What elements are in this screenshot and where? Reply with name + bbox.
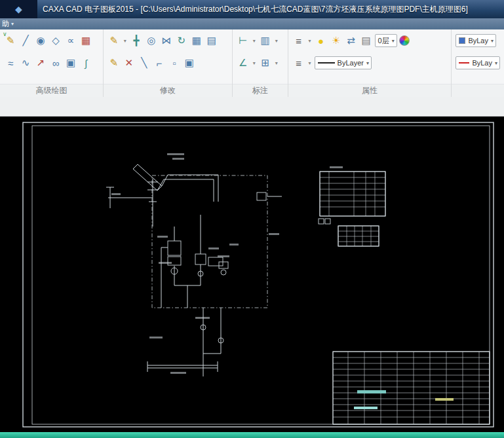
sine-wave-icon[interactable]: ∿ (19, 56, 32, 70)
title-bar: ◆ CAXA CAD 电子图板2015 - [C:\Users\Administ… (0, 0, 504, 18)
swap-icon[interactable]: ⇄ (345, 33, 358, 48)
style-list-icon[interactable]: ≡ (292, 33, 305, 48)
mirror-icon[interactable]: ⋈ (160, 33, 173, 48)
layer-value: 0层 (378, 36, 389, 46)
sun-icon[interactable]: ☀ (330, 33, 343, 48)
chevron-down-icon[interactable]: ▾ (307, 33, 313, 48)
chevron-down-icon[interactable]: ▾ (307, 56, 313, 70)
menu-help[interactable]: 助 (2, 19, 9, 29)
loop-icon[interactable]: ∞ (49, 56, 62, 70)
linewidth-swatch-icon (459, 62, 469, 64)
chevron-down-icon[interactable]: ▾ (252, 56, 257, 70)
modify-icon[interactable]: ✎ (107, 56, 121, 70)
chevron-down-icon: ▾ (366, 60, 369, 66)
chevron-down-icon[interactable]: ▾ (11, 21, 14, 27)
grid-dimension-icon[interactable]: ⊞ (259, 56, 272, 70)
double-wave-icon[interactable]: ≈ (4, 56, 17, 70)
ribbon-tail (0, 97, 504, 117)
style-list-icon[interactable]: ≡ (292, 56, 305, 70)
window-title: CAXA CAD 电子图板2015 - [C:\Users\Administra… (43, 4, 468, 15)
curve-icon[interactable]: ∝ (64, 33, 77, 48)
group-label-modify: 修改 (104, 84, 232, 97)
group-label-properties: 属性 (288, 84, 452, 97)
status-bar (0, 432, 504, 438)
group-label-style (452, 84, 504, 97)
array-icon[interactable]: ▦ (190, 33, 203, 48)
delete-icon[interactable]: ✕ (123, 56, 136, 70)
group-label-advanced-draw: 高级绘图 (0, 84, 103, 97)
spline-icon[interactable]: ∫ (79, 56, 92, 70)
move-icon[interactable]: ╋ (130, 33, 143, 48)
group-label-dimension: 标注 (233, 84, 288, 97)
ribbon-group-dimension: ⊢▾▥▾ ∠▾⊞▾ 标注 (233, 29, 288, 97)
color-wheel-icon[interactable] (399, 35, 410, 46)
scale-icon[interactable]: ▫ (168, 56, 181, 70)
leader-arrow-icon[interactable]: ↗ (34, 56, 47, 70)
table-icon[interactable]: ▦ (79, 33, 92, 48)
linetype-combo[interactable]: ByLayer ▾ (315, 56, 372, 69)
layer-combo[interactable]: 0层 ▾ (375, 34, 397, 47)
app-icon[interactable]: ◆ (0, 0, 37, 18)
chevron-down-icon[interactable]: ▾ (123, 33, 128, 48)
polygon-icon[interactable]: ◇ (49, 33, 62, 48)
chevron-down-icon[interactable]: ▾ (252, 33, 257, 48)
color-swatch-icon (459, 37, 465, 44)
app-window: ◆ CAXA CAD 电子图板2015 - [C:\Users\Administ… (0, 0, 504, 438)
block-icon[interactable]: ▣ (183, 56, 196, 70)
chevron-down-icon[interactable]: ▾ (274, 56, 279, 70)
ribbon-group-modify: ✎▾╋◎⋈↻▦▤ ✎✕╲⌐▫▣ 修改 (104, 29, 233, 97)
ribbon: ∨ ✎╱◉◇∝▦ ≈∿↗∞▣∫ 高级绘图 ✎▾╋◎⋈↻▦▤ ✎✕╲⌐▫▣ 修改 … (0, 29, 504, 97)
bulb-icon[interactable]: ● (315, 33, 328, 48)
linetype-value: ByLayer (338, 59, 364, 67)
drawing-canvas[interactable] (0, 117, 504, 432)
drawing-area[interactable] (0, 117, 504, 432)
line-icon[interactable]: ╱ (19, 33, 32, 48)
ribbon-group-properties: ≡▾●☀⇄▤ 0层 ▾ ≡▾ ByLayer ▾ 属性 (288, 29, 452, 97)
stamp-icon[interactable]: ▤ (205, 33, 218, 48)
customize-arrow-icon[interactable]: ∨ (3, 31, 7, 37)
chevron-down-icon[interactable]: ▾ (274, 33, 279, 48)
screen-icon[interactable]: ▣ (64, 56, 77, 70)
app-logo-icon: ◆ (15, 4, 22, 14)
menu-strip: 助 ▾ (0, 18, 504, 29)
printer-icon[interactable]: ▤ (360, 33, 373, 48)
linewidth-value: ByLay (472, 59, 492, 67)
color-combo[interactable]: ByLay ▾ (456, 34, 496, 47)
corner-icon[interactable]: ⌐ (153, 56, 166, 70)
ribbon-group-style: ByLay ▾ ByLay ▾ (452, 29, 504, 97)
linewidth-combo[interactable]: ByLay ▾ (456, 56, 500, 69)
rotate-icon[interactable]: ↻ (175, 33, 188, 48)
copy-icon[interactable]: ◎ (145, 33, 158, 48)
color-value: ByLay (468, 37, 488, 45)
linetype-swatch-icon (318, 62, 335, 64)
linear-dimension-icon[interactable]: ⊢ (237, 33, 250, 48)
chevron-down-icon: ▾ (495, 60, 497, 66)
trim-icon[interactable]: ╲ (138, 56, 151, 70)
ribbon-group-advanced-draw: ✎╱◉◇∝▦ ≈∿↗∞▣∫ 高级绘图 (0, 29, 104, 97)
edit-icon[interactable]: ✎ (107, 33, 121, 48)
chevron-down-icon: ▾ (392, 38, 395, 44)
chevron-down-icon: ▾ (491, 38, 494, 44)
angle-dimension-icon[interactable]: ∠ (237, 56, 250, 70)
image-icon[interactable]: ▥ (259, 33, 272, 48)
ellipse-icon[interactable]: ◉ (34, 33, 47, 48)
